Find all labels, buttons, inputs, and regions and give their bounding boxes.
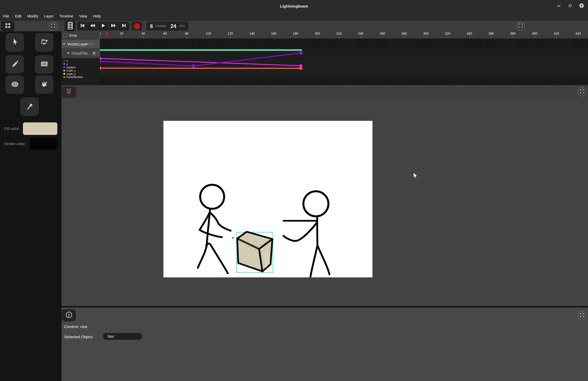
playhead[interactable] (105, 32, 109, 39)
layer-visibility-toggle[interactable] (93, 51, 95, 55)
curve-frameNumber[interactable] (100, 68, 301, 68)
frame-track-bottom[interactable] (62, 78, 588, 85)
ruler-label: 160 (271, 32, 277, 35)
ruler-tick (296, 36, 296, 38)
property-row-frameNumber[interactable]: frameNumber (62, 75, 100, 79)
info-panel: Context: root Selected Object box (62, 308, 588, 381)
ruler-tick (301, 37, 301, 38)
menu-item-help[interactable]: Help (90, 12, 104, 21)
ruler-label: 280 (401, 32, 407, 35)
keyframe-dot[interactable] (299, 67, 303, 70)
canvas-area[interactable] (62, 98, 588, 306)
canvas-expand-button[interactable] (578, 87, 586, 96)
skip-to-start-button[interactable] (77, 22, 88, 31)
ruler-tick (540, 37, 540, 38)
property-row-y[interactable]: y (62, 62, 100, 66)
rectangle-tool-button[interactable] (35, 55, 53, 74)
layer-panel: Snap VectorLayer [L] 151ad70a… ~ xyrotat… (62, 31, 100, 85)
stroke-swatch[interactable] (30, 138, 57, 150)
curve-track[interactable] (62, 49, 588, 78)
property-label: frameNumber (66, 75, 83, 79)
frame-track-top[interactable] (62, 39, 588, 49)
selected-object-value[interactable]: box (103, 333, 142, 340)
fast-forward-button[interactable] (108, 22, 119, 31)
timeline-expand-button[interactable] (517, 22, 524, 30)
skip-to-end-button[interactable] (119, 22, 129, 31)
snap-checkbox[interactable] (63, 33, 67, 37)
record-button[interactable] (132, 22, 142, 31)
maximize-button[interactable] (567, 3, 573, 9)
sublayer-row[interactable]: 151ad70a… ~ (62, 49, 100, 58)
sidebar-expand-button[interactable] (49, 22, 57, 31)
ruler-label: 80 (185, 32, 189, 35)
eyedropper-tool-button[interactable] (20, 97, 39, 116)
select-tool-button[interactable] (5, 33, 24, 52)
minimize-button[interactable] (556, 3, 561, 9)
menu-item-layer[interactable]: Layer (41, 12, 56, 21)
menu-item-edit[interactable]: Edit (12, 12, 24, 21)
ruler-tick (448, 36, 448, 38)
stroke-color-label: Stroke color: (4, 141, 26, 146)
menu-item-modify[interactable]: Modify (24, 12, 41, 21)
info-button[interactable] (62, 309, 76, 321)
collapse-triangle-icon[interactable] (67, 52, 70, 54)
ruler-tick (431, 37, 432, 38)
keyframe-dot[interactable] (192, 64, 195, 68)
fps-value: 24 (170, 23, 176, 29)
property-row-rotation[interactable]: rotation (62, 66, 100, 69)
close-button[interactable] (579, 3, 584, 9)
fill-swatch[interactable] (23, 122, 57, 135)
property-color-dot (63, 76, 65, 78)
diamond-icon (568, 3, 573, 9)
film-button[interactable] (65, 21, 76, 31)
transform-tool-button[interactable] (35, 33, 53, 52)
property-row-scale_y[interactable]: scale_y (62, 72, 100, 75)
paint-bucket-icon (40, 80, 48, 90)
ruler-tick (339, 36, 339, 38)
ruler-tick (415, 37, 415, 38)
title-bar: Lightningbeam (0, 0, 588, 12)
expand-icon (51, 24, 55, 29)
ruler-tick (475, 37, 475, 38)
ruler-tick (241, 37, 241, 38)
curve-y[interactable] (100, 58, 301, 66)
ruler-tick (437, 37, 437, 38)
ruler-tick (442, 37, 443, 38)
rewind-button[interactable] (88, 22, 98, 31)
ellipse-tool-button[interactable] (5, 75, 24, 94)
ruler-tick (247, 37, 247, 38)
pencil-tool-button[interactable] (5, 55, 24, 74)
layer-row-vectorlayer[interactable]: VectorLayer [L] (62, 39, 100, 49)
play-button[interactable] (98, 22, 108, 31)
canvas-tab-button[interactable] (62, 86, 76, 98)
property-row-scale_x[interactable]: scale_x (62, 69, 100, 72)
panel-grid-button[interactable] (1, 21, 15, 31)
chevron-down-icon (556, 4, 561, 8)
ruler-tick (556, 36, 557, 38)
ruler-tick (252, 36, 252, 38)
expand-icon (580, 313, 584, 318)
property-label: scale_x (66, 69, 76, 72)
layer-tween-toggle[interactable]: ~ (97, 51, 100, 55)
panel-divider (62, 306, 588, 308)
property-row-x[interactable]: x (62, 59, 100, 62)
ruler-tick (268, 37, 268, 38)
ruler-label: 120 (228, 32, 233, 35)
stick-figure-left[interactable] (198, 185, 231, 273)
box-object[interactable] (232, 232, 273, 271)
stage[interactable] (163, 121, 372, 277)
menu-item-view[interactable]: View (76, 12, 90, 21)
mouse-cursor (413, 172, 418, 180)
ruler-tick (404, 36, 405, 38)
menu-item-file[interactable]: File (0, 12, 12, 21)
ruler-tick (165, 36, 165, 38)
info-expand-button[interactable] (578, 311, 586, 320)
keyframe-dot[interactable] (299, 51, 303, 55)
timeline-ruler[interactable]: 0204060801001201401601802002202402602803… (62, 31, 588, 39)
layer-extent-bar[interactable] (100, 49, 302, 51)
paint-bucket-tool-button[interactable] (35, 75, 53, 94)
menu-item-timeline[interactable]: Timeline (56, 12, 76, 21)
stick-figure-right[interactable] (284, 191, 329, 277)
collapse-triangle-icon[interactable] (63, 43, 65, 45)
ruler-tick (328, 37, 328, 38)
